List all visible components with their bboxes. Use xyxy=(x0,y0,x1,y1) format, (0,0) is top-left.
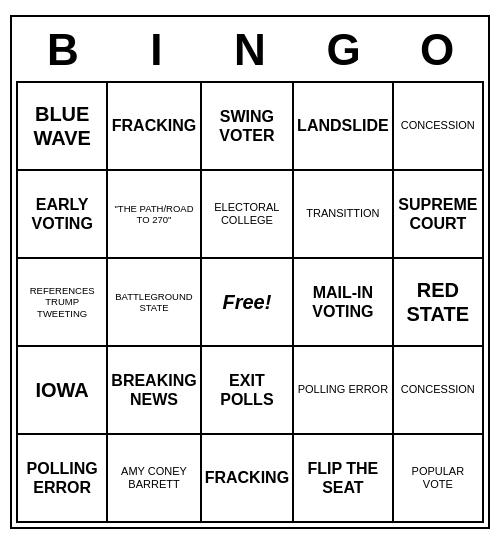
header-n: N xyxy=(206,25,294,75)
header-g: G xyxy=(300,25,388,75)
bingo-cell-6[interactable]: "THE PATH/ROAD TO 270" xyxy=(108,171,201,259)
bingo-cell-14[interactable]: RED STATE xyxy=(394,259,484,347)
bingo-cell-19[interactable]: CONCESSION xyxy=(394,347,484,435)
header-o: O xyxy=(393,25,481,75)
bingo-cell-13[interactable]: MAIL-IN VOTING xyxy=(294,259,394,347)
bingo-cell-22[interactable]: FRACKING xyxy=(202,435,294,523)
bingo-cell-10[interactable]: REFERENCES TRUMP TWEETING xyxy=(18,259,108,347)
bingo-cell-4[interactable]: CONCESSION xyxy=(394,83,484,171)
bingo-card: B I N G O BLUE WAVEFRACKINGSWING VOTERLA… xyxy=(10,15,490,529)
bingo-cell-0[interactable]: BLUE WAVE xyxy=(18,83,108,171)
header-i: I xyxy=(112,25,200,75)
bingo-cell-24[interactable]: POPULAR VOTE xyxy=(394,435,484,523)
bingo-cell-18[interactable]: POLLING ERROR xyxy=(294,347,394,435)
bingo-grid: BLUE WAVEFRACKINGSWING VOTERLANDSLIDECON… xyxy=(16,81,484,523)
bingo-header: B I N G O xyxy=(16,21,484,81)
bingo-cell-23[interactable]: FLIP THE SEAT xyxy=(294,435,394,523)
bingo-cell-12[interactable]: Free! xyxy=(202,259,294,347)
bingo-cell-15[interactable]: IOWA xyxy=(18,347,108,435)
bingo-cell-1[interactable]: FRACKING xyxy=(108,83,201,171)
bingo-cell-16[interactable]: BREAKING NEWS xyxy=(108,347,201,435)
bingo-cell-20[interactable]: POLLING ERROR xyxy=(18,435,108,523)
bingo-cell-3[interactable]: LANDSLIDE xyxy=(294,83,394,171)
bingo-cell-2[interactable]: SWING VOTER xyxy=(202,83,294,171)
bingo-cell-7[interactable]: ELECTORAL COLLEGE xyxy=(202,171,294,259)
bingo-cell-21[interactable]: AMY CONEY BARRETT xyxy=(108,435,201,523)
bingo-cell-11[interactable]: BATTLEGROUND STATE xyxy=(108,259,201,347)
bingo-cell-8[interactable]: TRANSITTION xyxy=(294,171,394,259)
bingo-cell-9[interactable]: SUPREME COURT xyxy=(394,171,484,259)
bingo-cell-5[interactable]: EARLY VOTING xyxy=(18,171,108,259)
header-b: B xyxy=(19,25,107,75)
bingo-cell-17[interactable]: EXIT POLLS xyxy=(202,347,294,435)
